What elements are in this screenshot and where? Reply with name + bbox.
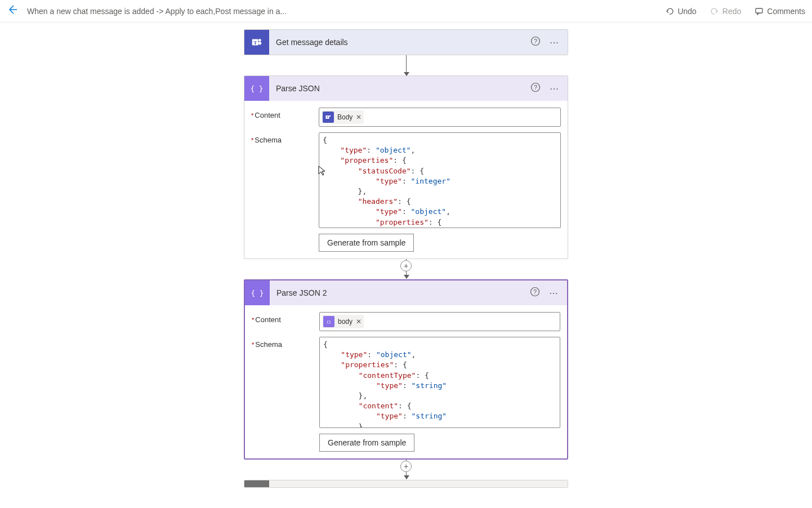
card-header-actions: ? ⋯: [530, 36, 568, 48]
token-label: Body: [337, 113, 353, 121]
connector: [406, 55, 407, 75]
top-actions: Undo Redo Comments: [665, 7, 805, 16]
schema-row: Schema { "type": "object", "properties":…: [251, 132, 561, 228]
action-card-next[interactable]: [244, 480, 568, 488]
svg-text:{ }: { }: [251, 84, 263, 93]
help-icon[interactable]: ?: [530, 36, 541, 48]
token-remove-icon[interactable]: ✕: [356, 318, 362, 326]
card-title: Parse JSON: [269, 84, 530, 93]
action-icon: [244, 480, 269, 488]
json-icon: { }: [245, 280, 270, 305]
content-label: Content: [251, 108, 319, 127]
breadcrumb[interactable]: When a new chat message is added -> Appl…: [27, 7, 665, 16]
content-input[interactable]: T Body ✕: [319, 108, 561, 127]
svg-text:{ }: { }: [251, 289, 264, 297]
add-step-button[interactable]: +: [400, 461, 412, 472]
card-header[interactable]: [244, 480, 568, 488]
action-card-get-message-details[interactable]: T Get message details ? ⋯: [244, 29, 568, 55]
teams-icon: T: [244, 30, 269, 55]
generate-from-sample-button[interactable]: Generate from sample: [319, 234, 414, 252]
schema-label: Schema: [252, 337, 319, 428]
comments-label: Comments: [767, 7, 805, 16]
card-header-actions: ? ⋯: [530, 287, 567, 299]
action-card-parse-json-2[interactable]: { } Parse JSON 2 ? ⋯ Content {}: [244, 279, 568, 460]
redo-button: Redo: [710, 7, 741, 16]
content-row: Content T Body ✕: [251, 108, 561, 127]
token-remove-icon[interactable]: ✕: [356, 113, 362, 121]
svg-text:T: T: [327, 116, 328, 119]
undo-button[interactable]: Undo: [665, 7, 696, 16]
card-body: Content T Body ✕ Schema: [244, 101, 568, 259]
card-title: Parse JSON 2: [270, 288, 530, 297]
svg-text:?: ?: [533, 288, 537, 295]
generate-from-sample-button[interactable]: Generate from sample: [319, 434, 414, 452]
content-input[interactable]: {} body ✕: [319, 312, 560, 331]
more-icon[interactable]: ⋯: [550, 37, 559, 48]
add-step-connector: +: [406, 259, 407, 279]
svg-text:{}: {}: [327, 320, 331, 324]
body-token[interactable]: T Body ✕: [322, 110, 364, 124]
svg-text:?: ?: [534, 84, 537, 91]
schema-control: { "type": "object", "properties": { "con…: [319, 337, 560, 428]
more-icon[interactable]: ⋯: [550, 83, 559, 94]
redo-label: Redo: [722, 7, 741, 16]
card-header[interactable]: T Get message details ? ⋯: [244, 30, 568, 55]
help-icon[interactable]: ?: [530, 287, 540, 299]
card-header[interactable]: { } Parse JSON 2 ? ⋯: [245, 280, 567, 305]
json-icon: { }: [244, 76, 269, 101]
content-control: {} body ✕: [319, 312, 560, 331]
back-arrow-icon[interactable]: [7, 4, 18, 18]
svg-text:T: T: [253, 40, 257, 46]
schema-label: Schema: [251, 132, 319, 228]
svg-rect-1: [756, 8, 762, 13]
generate-row: Generate from sample: [252, 434, 560, 452]
svg-point-13: [329, 115, 331, 117]
more-icon[interactable]: ⋯: [549, 288, 558, 298]
comments-button[interactable]: Comments: [755, 7, 805, 16]
content-control: T Body ✕: [319, 108, 561, 127]
body-token[interactable]: {} body ✕: [322, 315, 364, 328]
content-label: Content: [252, 312, 319, 331]
content-row: Content {} body ✕: [252, 312, 560, 331]
flow-canvas: T Get message details ? ⋯ { } Parse JSON…: [0, 23, 812, 508]
json-icon: {}: [323, 316, 334, 327]
schema-input[interactable]: { "type": "object", "properties": { "sta…: [319, 132, 561, 228]
add-step-button[interactable]: +: [400, 260, 412, 271]
svg-point-4: [258, 39, 261, 42]
top-bar: When a new chat message is added -> Appl…: [0, 0, 812, 23]
card-header[interactable]: { } Parse JSON ? ⋯: [244, 76, 568, 101]
schema-row: Schema { "type": "object", "properties":…: [252, 337, 560, 428]
token-label: body: [338, 318, 353, 326]
card-header-actions: ? ⋯: [530, 82, 568, 95]
schema-control: { "type": "object", "properties": { "sta…: [319, 132, 561, 228]
card-body: Content {} body ✕ Schema: [245, 305, 567, 458]
teams-icon: T: [323, 112, 334, 123]
add-step-connector: +: [406, 460, 407, 480]
card-title: Get message details: [269, 38, 530, 47]
action-card-parse-json[interactable]: { } Parse JSON ? ⋯ Content T: [244, 75, 568, 259]
help-icon[interactable]: ?: [530, 82, 541, 95]
generate-row: Generate from sample: [251, 234, 561, 252]
svg-rect-5: [258, 42, 262, 45]
undo-label: Undo: [677, 7, 696, 16]
schema-input[interactable]: { "type": "object", "properties": { "con…: [319, 337, 560, 428]
svg-text:?: ?: [534, 38, 537, 44]
